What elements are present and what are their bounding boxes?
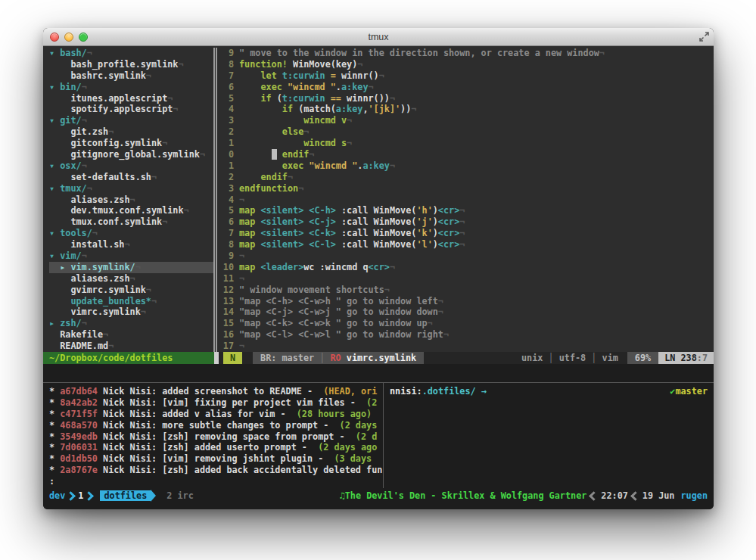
tree-item[interactable]: vimrc.symlink¬ (49, 306, 213, 318)
tree-item[interactable]: bash_profile.symlink¬ (49, 59, 213, 70)
vim-statusline: ~/Dropbox/code/dotfiles N BR: master │ R… (43, 352, 714, 364)
tree-item[interactable]: set-defaults.sh¬ (49, 172, 213, 183)
filetype: vim (602, 353, 618, 363)
tmux-window-1-index[interactable]: 1 (78, 490, 83, 501)
mode-indicator: N (223, 352, 242, 364)
tree-item[interactable]: tmux.conf.symlink¬ (49, 216, 213, 228)
tree-item[interactable]: ▾ vim/¬ (49, 250, 213, 262)
code-line[interactable]: 5map <silent> <C-h> :call WinMove('h')<c… (217, 205, 714, 216)
tree-item[interactable]: ▾ bash/¬ (49, 48, 213, 59)
log-line: * 3549edb Nick Nisi: [zsh] removing spac… (49, 431, 383, 443)
git-branch: master (675, 386, 708, 397)
log-line: * 2a8767e Nick Nisi: [zsh] added back ac… (49, 465, 383, 476)
log-line: * a67db64 Nick Nisi: added screenshot to… (49, 386, 383, 397)
prompt-user: nnisi: (390, 386, 422, 397)
fileformat: unix (521, 353, 543, 363)
code-line[interactable]: 1 exec "wincmd ".a:key¬ (217, 160, 714, 172)
tree-item[interactable]: ▾ osx/¬ (49, 160, 213, 172)
tree-item[interactable]: README.md¬ (49, 341, 213, 352)
bottom-panes: * a67db64 Nick Nisi: added screenshot to… (43, 383, 714, 488)
code-line[interactable]: 16"map <C-l> <C-w>l " go to window right… (217, 329, 714, 341)
tmux-window-1-name[interactable]: dotfiles (100, 490, 151, 501)
date: 19 Jun (642, 490, 675, 501)
tree-item[interactable]: ▸ vim.symlink/¬ (49, 262, 213, 273)
zoom-button[interactable] (79, 33, 88, 42)
tree-item[interactable]: ▾ bin/¬ (49, 82, 213, 93)
line-number-gutter: 0 (217, 149, 234, 160)
log-line: * c471f5f Nick Nisi: added v alias for v… (49, 409, 383, 420)
shell-prompt: nnisi:.dotfiles/ → ✔master (390, 386, 708, 397)
line-number-gutter: 11 (217, 273, 234, 285)
resize-icon[interactable] (699, 32, 709, 42)
line-number-gutter: 4 (217, 194, 234, 206)
line-number-gutter: 7 (217, 70, 234, 82)
code-line[interactable]: 15"map <C-k> <C-w>k " go to window up¬ (217, 318, 714, 329)
line-number-gutter: 14 (217, 306, 234, 318)
code-line[interactable]: 3endfunction¬ (217, 183, 714, 194)
code-line[interactable]: 7map <silent> <C-k> :call WinMove('k')<c… (217, 228, 714, 239)
code-line[interactable]: 3 wincmd v¬ (217, 115, 714, 126)
tree-item[interactable]: Rakefile¬ (49, 329, 213, 341)
code-line[interactable]: 17¬ (217, 341, 714, 352)
line-number-gutter: 6 (217, 216, 234, 228)
tree-item[interactable]: ▸ zsh/¬ (49, 318, 213, 329)
tree-item[interactable]: ▾ git/¬ (49, 115, 213, 126)
close-button[interactable] (50, 33, 59, 42)
git-log-pane[interactable]: * a67db64 Nick Nisi: added screenshot to… (43, 383, 383, 488)
window-titlebar[interactable]: tmux (43, 28, 714, 46)
line-number-gutter: 2 (217, 172, 234, 183)
line-number-gutter: 12 (217, 285, 234, 296)
vim-editor: ▾ bash/¬ bash_profile.symlink¬ bashrc.sy… (43, 46, 714, 352)
chevron-left-icon (630, 491, 640, 501)
prompt-path: .dotfiles/ (422, 386, 481, 397)
segment-divider: │ (314, 353, 330, 363)
code-line[interactable]: 9" move to the window in the direction s… (217, 48, 714, 59)
line-number-gutter: 5 (217, 93, 234, 104)
tree-item[interactable]: bashrc.symlink¬ (49, 70, 213, 82)
code-line[interactable]: 9¬ (217, 250, 714, 262)
tree-item[interactable]: install.sh¬ (49, 239, 213, 250)
tree-item[interactable]: itunes.applescript¬ (49, 93, 213, 104)
log-line: * 468a570 Nick Nisi: more subtle changes… (49, 420, 383, 431)
now-playing: The Devil's Den - Skrillex & Wolfgang Ga… (345, 490, 587, 501)
line-number-gutter: 8 (217, 59, 234, 70)
code-line[interactable]: 5 if (t:curwin == winnr())¬ (217, 93, 714, 104)
code-line[interactable]: 13"map <C-h> <C-w>h " go to window left¬ (217, 296, 714, 307)
code-line[interactable]: 10map <leader>wc :wincmd q<cr>¬ (217, 262, 714, 273)
code-line[interactable]: 8map <silent> <C-l> :call WinMove('l')<c… (217, 239, 714, 250)
filename: vimrc.symlink (347, 353, 416, 363)
code-line[interactable]: 14"map <C-j> <C-w>j " go to window down¬ (217, 306, 714, 318)
tree-item[interactable]: gvimrc.symlink¬ (49, 285, 213, 296)
code-line[interactable]: 2 endif¬ (217, 172, 714, 183)
code-line[interactable]: 8function! WinMove(key)¬ (217, 59, 714, 70)
tree-item[interactable]: aliases.zsh¬ (49, 273, 213, 285)
music-note-icon: ♫ (340, 490, 345, 501)
tree-item[interactable]: ▾ tmux/¬ (49, 183, 213, 194)
code-pane[interactable]: 9" move to the window in the direction s… (217, 48, 714, 352)
tree-item[interactable]: git.zsh¬ (49, 126, 213, 138)
code-line[interactable]: 1 wincmd s¬ (217, 138, 714, 149)
tree-item[interactable]: spotify.applescript¬ (49, 104, 213, 115)
tree-item[interactable]: gitconfig.symlink¬ (49, 138, 213, 149)
code-line[interactable]: 0 endif¬ (217, 149, 714, 160)
nerdtree-pane[interactable]: ▾ bash/¬ bash_profile.symlink¬ bashrc.sy… (43, 48, 213, 352)
code-line[interactable]: 6 exec "wincmd ".a:key¬ (217, 82, 714, 93)
code-line[interactable]: 4¬ (217, 194, 714, 206)
code-line[interactable]: 2 else¬ (217, 126, 714, 138)
prompt-arrow-icon: → (481, 386, 487, 397)
vim-command-line[interactable] (43, 364, 714, 379)
code-line[interactable]: 11¬ (217, 273, 714, 285)
tree-item[interactable]: dev.tmux.conf.symlink¬ (49, 205, 213, 216)
tree-item[interactable]: update_bundles*¬ (49, 296, 213, 307)
shell-pane[interactable]: nnisi:.dotfiles/ → ✔master (384, 383, 714, 488)
tmux-window-2[interactable]: 2 irc (166, 490, 194, 501)
line-number-gutter: 5 (217, 205, 234, 216)
code-line[interactable]: 12" window movement shortcuts¬ (217, 285, 714, 296)
tree-item[interactable]: gitignore_global.symlink¬ (49, 149, 213, 160)
tree-item[interactable]: ▾ tools/¬ (49, 228, 213, 239)
tree-item[interactable]: aliases.zsh¬ (49, 194, 213, 206)
code-line[interactable]: 4 if (match(a:key,'[jk]'))¬ (217, 104, 714, 115)
code-line[interactable]: 7 let t:curwin = winnr()¬ (217, 70, 714, 82)
minimize-button[interactable] (64, 33, 73, 42)
code-line[interactable]: 6map <silent> <C-j> :call WinMove('j')<c… (217, 216, 714, 228)
